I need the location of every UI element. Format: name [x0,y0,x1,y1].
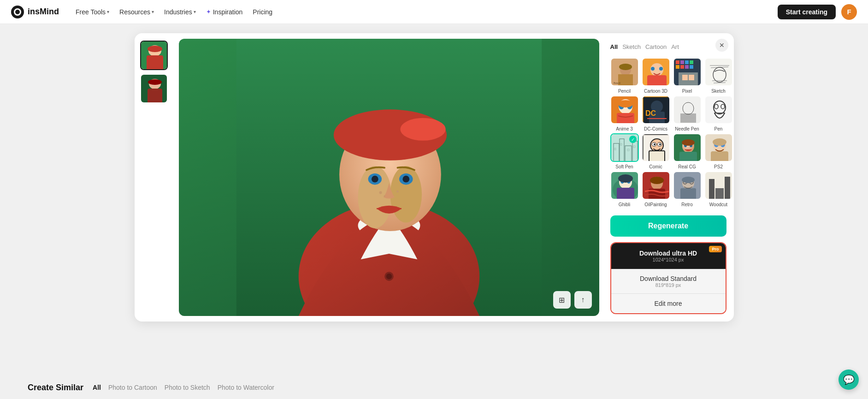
svg-rect-133 [725,177,730,200]
style-woodcut[interactable]: Woodcut [704,171,733,207]
nav-right: Start creating F [778,4,857,20]
style-ps2[interactable]: PS2 [704,133,733,169]
svg-rect-116 [617,188,634,200]
download-standard-button[interactable]: Download Standard 819*819 px [611,269,726,293]
svg-point-23 [396,191,398,193]
svg-point-106 [682,139,695,146]
svg-rect-78 [705,96,733,124]
style-ghibli[interactable]: Ghibli [610,171,639,207]
tab-cartoon[interactable]: Cartoon [645,42,667,51]
svg-point-30 [619,64,632,70]
style-name-retro: Retro [681,202,692,207]
chat-widget[interactable]: 💬 [838,369,859,390]
edit-more-button[interactable]: Edit more [611,293,726,313]
download-std-size: 819*819 px [617,282,720,288]
style-softpen[interactable]: ✓ Soft Pen [610,133,639,169]
image-area: ⊞ ↑ [179,39,599,316]
style-thumb-needlepen [673,95,702,124]
bottom-section: Create Similar All Photo to Cartoon Phot… [0,375,868,399]
thumb-image-2 [141,75,168,103]
start-creating-button[interactable]: Start creating [778,5,836,19]
svg-point-3 [148,46,162,52]
style-thumb-pen [704,95,733,124]
svg-rect-95 [649,151,665,162]
style-pencil[interactable]: Pencil Pencil [610,58,639,94]
compare-button[interactable]: ⊞ [553,291,571,309]
style-comic[interactable]: Comic [642,133,670,169]
cartoon3d-preview [643,59,670,86]
cs-tab-watercolor[interactable]: Photo to Watercolor [218,382,274,393]
upload-button[interactable]: ↑ [574,291,592,309]
dccomics-preview: DC [643,96,670,124]
nav-item-pricing[interactable]: Pricing [249,6,276,18]
style-pen[interactable]: Pen [704,95,733,131]
tab-all[interactable]: All [610,42,618,51]
style-cartoon3d[interactable]: Cartoon 3D [642,58,670,94]
style-thumb-softpen: ✓ [610,133,639,162]
chat-icon: 💬 [843,374,855,385]
style-pixel[interactable]: Pixel [673,58,702,94]
download-section: Pro Download ultra HD 1024*1024 px Downl… [610,242,726,314]
main-panel: ⊞ ↑ ✕ All Sketch Cartoon Art [135,33,734,322]
image-controls: ⊞ ↑ [553,291,592,309]
star-icon: ✦ [206,8,211,15]
style-row-4: Ghibli O [610,171,726,207]
logo-text: insMind [28,7,59,17]
svg-rect-34 [647,75,667,86]
svg-point-21 [402,176,409,183]
realcg-preview [674,134,702,162]
style-retro[interactable]: Retro [673,171,702,207]
svg-point-15 [400,118,445,141]
woman-illustration [179,39,599,316]
thumbnail-2[interactable] [140,74,168,103]
svg-rect-126 [680,188,696,200]
style-row-3: ✓ Soft Pen [610,133,726,169]
nav-item-industries[interactable]: Industries ▾ [160,6,200,18]
cs-tab-cartoon[interactable]: Photo to Cartoon [108,382,157,393]
svg-point-60 [618,100,633,107]
svg-point-26 [386,274,391,279]
svg-rect-48 [689,75,694,80]
regenerate-button[interactable]: Regenerate [610,215,726,237]
svg-rect-29 [618,74,633,86]
close-button[interactable]: ✕ [715,39,728,52]
pixel-preview [674,59,702,86]
cs-tab-sketch[interactable]: Photo to Sketch [165,382,210,393]
style-realcg[interactable]: Real CG [673,133,702,169]
style-row-2: Anime 3 DC [610,95,726,131]
style-thumb-ghibli [610,171,639,200]
style-thumb-oilpainting [642,171,670,200]
svg-rect-2 [147,55,163,70]
svg-rect-136 [715,184,724,188]
style-thumb-woodcut [704,171,733,200]
chevron-down-icon: ▾ [107,9,109,14]
style-name-pencil: Pencil [618,89,631,94]
tab-art[interactable]: Art [671,42,679,51]
svg-rect-6 [148,89,162,103]
compare-icon: ⊞ [559,296,565,304]
ghibli-preview [611,172,639,200]
svg-point-24 [384,195,385,197]
pencil-preview: Pencil [611,59,639,86]
thumbnail-1[interactable] [140,41,168,70]
svg-rect-40 [685,60,689,64]
svg-rect-66 [674,96,702,124]
style-anime3[interactable]: Anime 3 [610,95,639,131]
svg-text:DC: DC [645,109,656,117]
download-hd-button[interactable]: Pro Download ultra HD 1024*1024 px [611,243,726,269]
style-needlepen[interactable]: Needle Pen [673,95,702,131]
logo[interactable]: insMind [11,6,59,18]
svg-rect-46 [679,72,698,86]
nav-item-free-tools[interactable]: Free Tools ▾ [72,6,113,18]
style-dccomics[interactable]: DC DC-Comics [642,95,670,131]
tab-sketch[interactable]: Sketch [622,42,641,51]
style-name-dccomics: DC-Comics [644,126,667,131]
style-oilpainting[interactable]: OilPainting [642,171,670,207]
main-area: ⊞ ↑ ✕ All Sketch Cartoon Art [0,24,868,375]
nav-item-resources[interactable]: Resources ▾ [116,6,158,18]
style-sketch[interactable]: Sketch [704,58,733,94]
nav-item-inspiration[interactable]: ✦ Inspiration [202,6,247,18]
download-hd-title: Download ultra HD [618,250,719,257]
cs-tab-all[interactable]: All [93,382,101,393]
avatar[interactable]: F [841,4,857,20]
